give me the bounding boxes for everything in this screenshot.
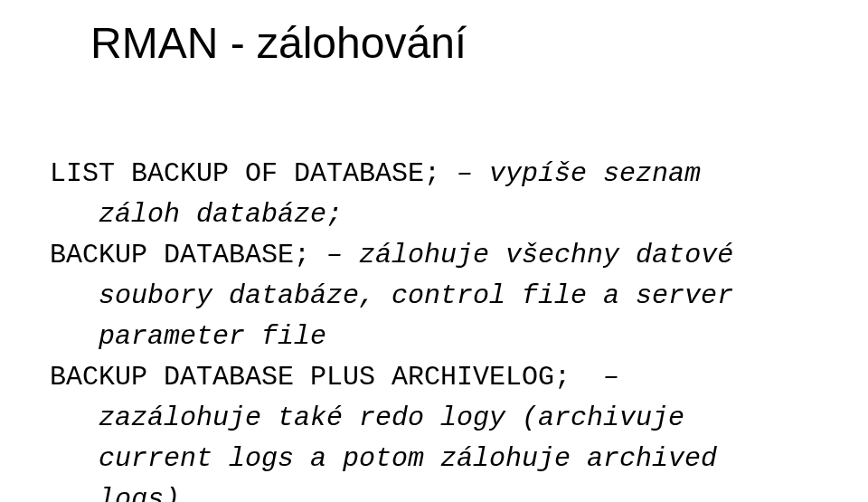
line-0-desc: – vypíše seznam xyxy=(457,158,701,189)
page-title: RMAN - zálohování xyxy=(90,18,818,68)
line-8-desc: logs) xyxy=(99,484,180,502)
line-2-code: BACKUP DATABASE; xyxy=(50,240,326,270)
line-4-desc: parameter file xyxy=(99,321,326,352)
line-1-desc: záloh databáze; xyxy=(99,199,343,230)
line-5-desc: – xyxy=(603,362,619,393)
line-7-code xyxy=(50,443,99,474)
line-5-code: BACKUP DATABASE PLUS ARCHIVELOG; xyxy=(50,362,603,393)
line-0-code: LIST BACKUP OF DATABASE; xyxy=(50,158,457,189)
line-6-code xyxy=(50,403,99,433)
line-2-desc: – zálohuje všechny datové xyxy=(326,240,733,270)
line-1-code xyxy=(50,199,99,230)
line-4-code xyxy=(50,321,99,352)
line-8-code xyxy=(50,484,99,502)
content-block: LIST BACKUP OF DATABASE; – vypíše seznam… xyxy=(50,113,818,502)
line-6-desc: zazálohuje také redo logy (archivuje xyxy=(99,403,684,433)
line-3-desc: soubory databáze, control file a server xyxy=(99,280,733,311)
line-7-desc: current logs a potom zálohuje archived xyxy=(99,443,717,474)
line-3-code xyxy=(50,280,99,311)
